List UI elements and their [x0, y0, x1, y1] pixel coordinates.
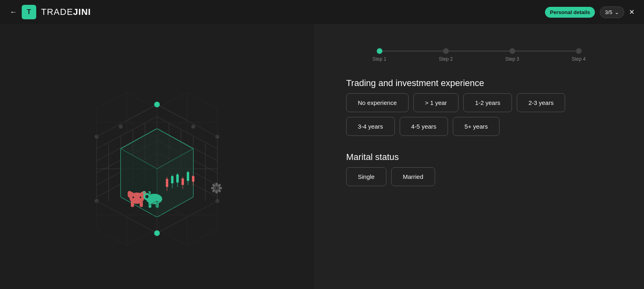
header-left: ← T TRADEJINI [10, 5, 91, 19]
back-button[interactable]: ← [10, 8, 17, 16]
option-5plus-years[interactable]: 5+ years [453, 117, 500, 136]
option-2-3years[interactable]: 2-3 years [517, 93, 566, 112]
svg-point-61 [140, 197, 141, 198]
svg-rect-76 [216, 183, 218, 186]
logo-prefix: TRADE [41, 7, 73, 17]
badge-label: Personal details [550, 9, 590, 15]
svg-rect-80 [216, 191, 218, 193]
option-no-experience[interactable]: No experience [346, 93, 409, 112]
close-button[interactable]: × [629, 8, 634, 16]
step-text: 3/5 [605, 9, 612, 15]
svg-point-66 [145, 195, 149, 198]
trading-section: Trading and investment experience No exp… [346, 78, 612, 136]
steps-progress: Step 1 Step 2 Step 3 Step 4 [346, 48, 612, 62]
trading-options-grid: No experience > 1 year 1-2 years 2-3 yea… [346, 93, 612, 136]
header: ← T TRADEJINI Personal details 3/5 ⌄ × [0, 0, 644, 24]
step-node-1: Step 1 [346, 48, 413, 62]
svg-rect-82 [211, 187, 214, 189]
left-panel [0, 24, 314, 289]
svg-rect-64 [149, 202, 151, 208]
option-single[interactable]: Single [346, 167, 386, 186]
personal-details-badge: Personal details [545, 7, 595, 18]
svg-rect-58 [131, 201, 134, 207]
svg-point-74 [154, 230, 160, 236]
svg-rect-78 [219, 187, 222, 189]
svg-point-67 [154, 102, 160, 107]
option-1-2years[interactable]: 1-2 years [463, 93, 512, 112]
svg-rect-52 [192, 176, 194, 182]
step-circle-1 [377, 48, 382, 54]
svg-point-60 [132, 197, 134, 198]
option-married[interactable]: Married [391, 167, 435, 186]
step-label-4: Step 4 [572, 56, 586, 62]
svg-point-56 [128, 191, 132, 195]
step-circle-2 [443, 48, 449, 54]
option-1year[interactable]: > 1 year [413, 93, 459, 112]
step-circle-3 [510, 48, 515, 54]
marital-section-title: Marital status [346, 152, 612, 162]
step-label-2: Step 2 [439, 56, 453, 62]
step-circle-4 [576, 48, 582, 54]
chevron-down-icon: ⌄ [615, 9, 619, 15]
svg-rect-46 [176, 174, 179, 182]
svg-point-68 [119, 125, 123, 129]
logo-text: TRADEJINI [41, 7, 91, 17]
option-3-4years[interactable]: 3-4 years [346, 117, 395, 136]
logo-suffix: JINI [73, 7, 91, 17]
svg-rect-59 [140, 201, 143, 207]
marital-section: Marital status Single Married [346, 152, 612, 186]
trading-section-title: Trading and investment experience [346, 78, 612, 88]
svg-point-69 [191, 125, 195, 129]
option-4-5years[interactable]: 4-5 years [400, 117, 448, 136]
main-layout: Step 1 Step 2 Step 3 Step 4 Trading and … [0, 24, 644, 289]
step-label-3: Step 3 [505, 56, 519, 62]
logo-icon: T [22, 5, 36, 19]
svg-rect-50 [187, 172, 189, 181]
svg-rect-48 [182, 178, 184, 185]
step-label-1: Step 1 [372, 56, 386, 62]
svg-rect-65 [156, 202, 159, 208]
step-indicator: 3/5 ⌄ [600, 6, 624, 18]
cube-illustration [56, 56, 258, 257]
marital-options-grid: Single Married [346, 167, 612, 186]
right-panel: Step 1 Step 2 Step 3 Step 4 Trading and … [314, 24, 644, 289]
svg-rect-42 [166, 179, 168, 187]
header-right: Personal details 3/5 ⌄ × [545, 6, 634, 18]
svg-rect-44 [171, 176, 173, 183]
